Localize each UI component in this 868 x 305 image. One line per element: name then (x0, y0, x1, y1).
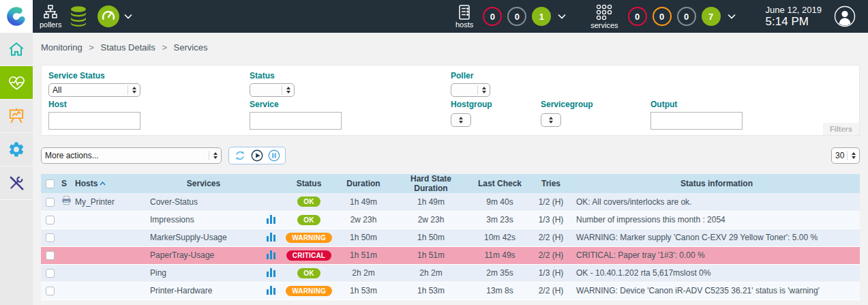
hostgroup-select[interactable] (451, 113, 471, 127)
hosts-unreachable-counter[interactable]: 0 (507, 7, 526, 26)
duration-cell: 1h 49m (336, 193, 391, 211)
row-checkbox[interactable] (46, 287, 55, 295)
column-services[interactable]: Services (147, 174, 260, 193)
service-link[interactable]: Printer-Hardware (150, 286, 212, 295)
column-hard-state-duration[interactable]: Hard State Duration (391, 174, 471, 193)
services-menu[interactable]: services (590, 3, 618, 29)
row-checkbox[interactable] (46, 251, 55, 260)
column-tries[interactable]: Tries (528, 174, 573, 193)
pollers-icon (42, 4, 59, 20)
hosts-chevron-icon[interactable] (558, 14, 566, 19)
services-critical-counter[interactable]: 0 (628, 7, 647, 26)
service-link[interactable]: Cover-Status (150, 197, 198, 207)
hosts-menu[interactable]: hosts (455, 4, 473, 29)
chart-icon[interactable] (267, 285, 275, 295)
user-avatar-icon[interactable] (834, 5, 856, 27)
status-information-cell: WARNING: Marker supply 'Canon C-EXV 29 Y… (573, 229, 860, 246)
breadcrumb-status-details[interactable]: Status Details (101, 42, 155, 53)
hosts-status-group: hosts 0 0 1 (449, 4, 570, 29)
hosts-up-counter[interactable]: 1 (532, 7, 551, 26)
tries-cell: 1/3 (H) (528, 211, 573, 229)
column-last-check[interactable]: Last Check (471, 174, 528, 193)
hosts-down-counter[interactable]: 0 (483, 7, 502, 26)
last-check-cell: 10m 42s (471, 229, 528, 246)
printer-icon (61, 196, 72, 205)
last-check-cell: 9m 40s (471, 193, 528, 211)
row-checkbox[interactable] (46, 198, 55, 207)
column-status-information[interactable]: Status information (573, 174, 860, 193)
service-status-value: All (53, 85, 61, 95)
sidebar-item-configuration[interactable] (0, 133, 33, 166)
centreon-logo[interactable] (0, 0, 33, 33)
row-checkbox[interactable] (46, 216, 55, 224)
poller-status-chevron-icon[interactable] (124, 14, 132, 19)
select-all-checkbox[interactable] (46, 179, 55, 188)
output-input[interactable] (650, 112, 743, 130)
column-hosts[interactable]: Hosts (72, 174, 147, 193)
database-status-icon[interactable] (68, 5, 89, 27)
chart-icon[interactable] (267, 250, 275, 259)
rows-per-page-select[interactable]: 30 (831, 147, 860, 164)
column-chart (260, 174, 282, 193)
sidebar-item-reporting[interactable] (0, 100, 33, 133)
more-actions-value: More actions... (45, 151, 99, 160)
services-warning-counter[interactable]: 0 (653, 7, 672, 26)
more-actions-select[interactable]: More actions... (41, 147, 222, 164)
select-stepper-icon (282, 85, 290, 95)
last-check-cell: 13m 8s (471, 282, 528, 300)
filter-panel: Service Status All Status Poller Host Se… (41, 65, 860, 136)
sidebar (0, 33, 33, 305)
presentation-chart-icon (8, 107, 25, 125)
service-input[interactable] (250, 112, 342, 130)
status-label: Status (250, 71, 275, 81)
chart-icon[interactable] (267, 267, 275, 277)
select-stepper-icon (847, 151, 856, 160)
service-status-select[interactable]: All (48, 83, 140, 97)
centreon-logo-icon (6, 6, 27, 27)
servicegroup-label: Servicegroup (541, 100, 593, 109)
last-check-cell: 2m 35s (471, 264, 528, 282)
chart-icon[interactable] (267, 232, 275, 242)
pollers-label: pollers (40, 20, 61, 29)
chart-icon[interactable] (267, 214, 275, 224)
row-checkbox[interactable] (46, 269, 55, 278)
pause-icon[interactable] (268, 149, 280, 162)
refresh-icon[interactable] (234, 149, 246, 162)
services-ok-counter[interactable]: 7 (702, 7, 721, 26)
pollers-menu[interactable]: pollers (40, 4, 61, 29)
current-date: June 12, 2019 (766, 5, 822, 15)
table-row: Ping OK 2h 2m 2h 2m 2m 35s 1/3 (H) OK - … (41, 264, 860, 282)
service-link[interactable]: MarkerSupply-Usage (150, 233, 227, 242)
host-label: Host (48, 100, 67, 109)
services-chevron-icon[interactable] (728, 14, 736, 19)
status-select[interactable] (250, 83, 295, 97)
service-label: Service (250, 100, 279, 109)
table-row: My_Printer Cover-Status OK 1h 49m 1h 49m… (41, 193, 860, 211)
status-badge: WARNING (286, 286, 332, 296)
hosts-label: hosts (455, 20, 473, 29)
row-checkbox[interactable] (46, 233, 55, 242)
hard-state-duration-cell: 1h 49m (391, 193, 471, 211)
host-link[interactable]: My_Printer (75, 197, 115, 207)
column-duration[interactable]: Duration (336, 174, 391, 193)
servicegroup-select[interactable] (541, 113, 561, 127)
breadcrumb-monitoring[interactable]: Monitoring (41, 42, 83, 53)
service-link[interactable]: Ping (150, 268, 166, 278)
host-input[interactable] (48, 112, 140, 130)
filters-tab[interactable]: Filters (823, 123, 859, 135)
play-icon[interactable] (251, 149, 263, 162)
service-link[interactable]: PaperTray-Usage (150, 250, 214, 260)
breadcrumb-services[interactable]: Services (174, 42, 208, 53)
sidebar-item-monitoring[interactable] (0, 66, 33, 100)
services-status-group: services 0 0 0 7 (584, 3, 739, 29)
sidebar-item-administration[interactable] (0, 166, 33, 200)
services-unknown-counter[interactable]: 0 (677, 7, 696, 26)
sidebar-item-home[interactable] (0, 33, 33, 66)
table-row: MarkerSupply-Usage WARNING 1h 50m 1h 50m… (41, 229, 860, 246)
service-link[interactable]: Impressions (150, 215, 194, 224)
hard-state-duration-cell: 2w 23h (391, 211, 471, 229)
column-status[interactable]: Status (282, 174, 336, 193)
poller-select[interactable] (451, 83, 490, 97)
gauge-status-icon[interactable] (97, 5, 120, 28)
column-s[interactable]: S (59, 174, 72, 193)
